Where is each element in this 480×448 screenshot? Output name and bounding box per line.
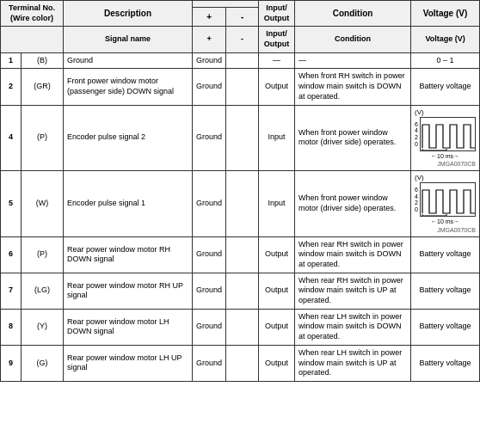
signal-name-1: Front power window motor (passenger side…: [64, 69, 193, 105]
minus-val-1: [226, 69, 259, 105]
condition-val-3: When front power window motor (driver si…: [295, 171, 411, 237]
minus-val-4: [226, 236, 259, 273]
terminal-num-4: 6: [1, 236, 22, 273]
terminal-num-3: 5: [1, 171, 22, 237]
sub-header-signal: Signal name: [64, 27, 193, 52]
sub-header-volt2: Voltage (V): [411, 27, 480, 52]
terminal-color-6: (Y): [22, 309, 64, 345]
io-val-0: —: [259, 52, 295, 69]
io-val-4: Output: [259, 236, 295, 273]
io-val-5: Output: [259, 273, 295, 309]
io-val-7: Output: [259, 345, 295, 381]
terminal-color-5: (LG): [22, 273, 64, 309]
header-voltage: Voltage (V): [411, 1, 480, 27]
condition-val-4: When rear RH switch in power window main…: [295, 236, 411, 273]
plus-val-5: Ground: [193, 273, 226, 309]
terminal-num-5: 7: [1, 273, 22, 309]
voltage-cell-4: Battery voltage: [411, 236, 480, 273]
signal-name-4: Rear power window motor RH DOWN signal: [64, 236, 193, 273]
voltage-cell-6: Battery voltage: [411, 309, 480, 345]
minus-val-0: [226, 52, 259, 69]
minus-val-3: [226, 171, 259, 237]
plus-val-3: Ground: [193, 171, 226, 237]
header-io: Input/Output: [259, 1, 295, 27]
minus-val-5: [226, 273, 259, 309]
waveform-svg: [420, 182, 476, 217]
terminal-num-0: 1: [1, 52, 22, 69]
plus-val-6: Ground: [193, 309, 226, 345]
terminal-color-4: (P): [22, 236, 64, 273]
sub-header-minus-lbl: -: [226, 27, 259, 52]
sub-header-blank: [1, 27, 64, 52]
signal-name-3: Encoder pulse signal 1: [64, 171, 193, 237]
waveform-svg: [420, 117, 476, 151]
plus-val-2: Ground: [193, 105, 226, 171]
header-description: Description: [64, 1, 193, 27]
header-minus: -: [226, 7, 259, 27]
plus-val-0: Ground: [193, 52, 226, 69]
voltage-cell-2: (V) 6420 ←10 ms→ JMGA0070CB: [411, 105, 480, 171]
minus-val-2: [226, 105, 259, 171]
terminal-color-2: (P): [22, 105, 64, 171]
terminal-color-0: (B): [22, 52, 64, 69]
terminal-color-1: (GR): [22, 69, 64, 105]
condition-val-1: When front RH switch in power window mai…: [295, 69, 411, 105]
sub-header-cond2: Condition: [295, 27, 411, 52]
minus-val-6: [226, 309, 259, 345]
minus-val-7: [226, 345, 259, 381]
condition-val-0: —: [295, 52, 411, 69]
voltage-cell-0: 0 – 1: [411, 52, 480, 69]
condition-val-7: When rear LH switch in power window main…: [295, 345, 411, 381]
voltage-cell-3: (V) 6420 ←10 ms→ JMGA0070CB: [411, 171, 480, 237]
io-val-3: Input: [259, 171, 295, 237]
io-val-6: Output: [259, 309, 295, 345]
condition-val-6: When rear LH switch in power window main…: [295, 309, 411, 345]
plus-val-7: Ground: [193, 345, 226, 381]
terminal-num-6: 8: [1, 309, 22, 345]
header-condition: Condition: [295, 1, 411, 27]
terminal-num-2: 4: [1, 105, 22, 171]
voltage-cell-5: Battery voltage: [411, 273, 480, 309]
voltage-cell-1: Battery voltage: [411, 69, 480, 105]
terminal-color-3: (W): [22, 171, 64, 237]
header-terminal: Terminal No.(Wire color): [1, 1, 64, 27]
terminal-num-7: 9: [1, 345, 22, 381]
header-plus: +: [193, 7, 226, 27]
signal-name-2: Encoder pulse signal 2: [64, 105, 193, 171]
signal-name-6: Rear power window motor LH DOWN signal: [64, 309, 193, 345]
terminal-color-7: (G): [22, 345, 64, 381]
condition-val-5: When rear RH switch in power window main…: [295, 273, 411, 309]
terminal-num-1: 2: [1, 69, 22, 105]
signal-name-5: Rear power window motor RH UP signal: [64, 273, 193, 309]
signal-name-0: Ground: [64, 52, 193, 69]
sub-header-io2: Input/Output: [259, 27, 295, 52]
signal-name-7: Rear power window motor LH UP signal: [64, 345, 193, 381]
condition-val-2: When front power window motor (driver si…: [295, 105, 411, 171]
voltage-cell-7: Battery voltage: [411, 345, 480, 381]
io-val-2: Input: [259, 105, 295, 171]
sub-header-plus-lbl: +: [193, 27, 226, 52]
plus-val-1: Ground: [193, 69, 226, 105]
plus-val-4: Ground: [193, 236, 226, 273]
header-polarity: [193, 1, 259, 8]
io-val-1: Output: [259, 69, 295, 105]
